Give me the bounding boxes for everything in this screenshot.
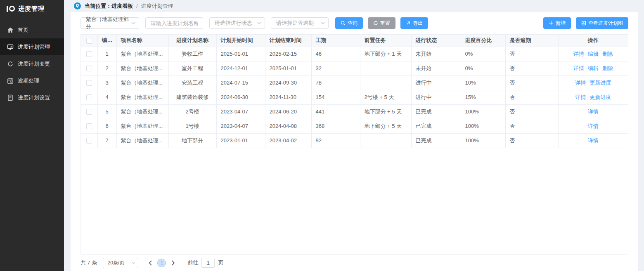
cell-predecessor — [360, 75, 411, 90]
cell-predecessor: 2号楼 + 5 天 — [360, 90, 411, 104]
delete-link[interactable]: 删除 — [602, 51, 613, 57]
refresh-icon — [7, 61, 14, 67]
content-card: 紫台（地基处理部分 请选择进行状态 请选择是否逾期 查询 — [71, 12, 638, 271]
reset-button-label: 重置 — [380, 20, 390, 27]
chevron-down-icon — [132, 262, 135, 264]
row-actions: 详情编辑删除 — [558, 61, 628, 75]
cell-duration: 154 — [311, 90, 360, 104]
page-size-select[interactable]: 20条/页 — [103, 258, 138, 268]
status-select[interactable]: 请选择进行状态 — [209, 17, 265, 29]
table-body: 1 紫台（地基处理... 验收工作 2025-01-01 2025-02-15 … — [81, 47, 628, 148]
delete-link[interactable]: 删除 — [602, 65, 613, 71]
cell-predecessor — [360, 133, 411, 148]
cell-start-date: 2024-07-15 — [216, 75, 265, 90]
cell-duration: 441 — [311, 104, 360, 119]
app-logo: 进度管理 — [0, 0, 64, 17]
detail-link[interactable]: 详情 — [588, 137, 599, 144]
update-progress-link[interactable]: 更新进度 — [590, 80, 611, 86]
cell-end-date: 2024-06-20 — [265, 104, 311, 119]
row-checkbox[interactable] — [86, 66, 92, 71]
detail-link[interactable]: 详情 — [573, 51, 584, 57]
cell-plan-name: 验收工作 — [168, 47, 216, 61]
row-actions: 详情更新进度 — [558, 90, 628, 104]
prev-page-button[interactable] — [145, 257, 156, 268]
view-plan-chart-button[interactable]: 查看进度计划图 — [576, 17, 628, 29]
cell-overdue: 否 — [505, 47, 558, 61]
cell-no: 7 — [97, 133, 116, 148]
detail-link[interactable]: 详情 — [573, 65, 584, 71]
search-button-label: 查询 — [348, 20, 358, 27]
chevron-down-icon — [131, 22, 135, 24]
cell-status: 进行中 — [411, 90, 461, 104]
sidebar-item-plan-management[interactable]: 进度计划管理 — [0, 38, 64, 55]
cell-plan-name: 2号楼 — [168, 104, 216, 119]
export-button-label: 导出 — [413, 20, 423, 27]
sidebar-item-overdue[interactable]: 逾期处理 — [0, 72, 64, 89]
table-row: 2 紫台（地基处理... 室外工程 2024-12-01 2025-01-01 … — [81, 61, 628, 75]
cell-plan-name: 安装工程 — [168, 75, 216, 90]
cell-percent: 100% — [461, 119, 505, 133]
cell-percent: 0% — [461, 61, 505, 75]
header-predecessor: 前置任务 — [360, 35, 411, 47]
detail-link[interactable]: 详情 — [575, 94, 586, 100]
row-checkbox[interactable] — [86, 94, 92, 100]
cell-plan-name: 地下部分 — [168, 133, 216, 148]
row-checkbox[interactable] — [86, 138, 92, 144]
view-plan-chart-button-label: 查看进度计划图 — [588, 20, 623, 27]
cell-no: 6 — [97, 119, 116, 133]
cell-status: 已完成 — [411, 104, 461, 119]
detail-link[interactable]: 详情 — [588, 108, 599, 115]
row-checkbox[interactable] — [86, 80, 92, 86]
cell-predecessor: 地下部分 + 1 天 — [360, 47, 411, 61]
cell-no: 1 — [97, 47, 116, 61]
add-button[interactable]: 新增 — [543, 17, 571, 29]
cell-project-name: 紫台（地基处理... — [116, 119, 168, 133]
breadcrumb-root[interactable]: 进度看板 — [111, 2, 133, 10]
sidebar-item-label: 进度计划变更 — [18, 60, 50, 68]
overdue-select[interactable]: 请选择是否逾期 — [271, 17, 329, 29]
logo-icon — [7, 6, 15, 12]
detail-link[interactable]: 详情 — [575, 80, 586, 86]
cell-predecessor — [360, 61, 411, 75]
filter-toolbar: 紫台（地基处理部分 请选择进行状态 请选择是否逾期 查询 — [80, 17, 628, 29]
edit-link[interactable]: 编辑 — [588, 51, 599, 57]
pagination: 共 7 条 20条/页 1 前往 页 — [80, 255, 628, 271]
cell-end-date: 2024-04-08 — [265, 119, 311, 133]
cell-start-date: 2024-06-30 — [216, 90, 265, 104]
arrow-up-right-icon — [406, 21, 411, 26]
search-button[interactable]: 查询 — [335, 17, 363, 29]
sidebar-item-home[interactable]: 首页 — [0, 21, 64, 38]
row-actions: 详情编辑删除 — [558, 47, 628, 61]
breadcrumb: 当前位置： 进度看板 / 进度计划管理 — [64, 0, 644, 12]
header-end-date: 计划结束时间 — [265, 35, 311, 47]
row-checkbox[interactable] — [86, 123, 92, 129]
row-actions: 详情 — [558, 133, 628, 148]
sidebar-item-plan-change[interactable]: 进度计划变更 — [0, 55, 64, 72]
row-checkbox[interactable] — [86, 51, 92, 57]
reset-button[interactable]: 重置 — [368, 17, 395, 29]
cell-project-name: 紫台（地基处理... — [116, 61, 168, 75]
sidebar-item-plan-settings[interactable]: 进度计划设置 — [0, 89, 64, 106]
chevron-left-icon — [149, 260, 152, 266]
goto-page-input[interactable] — [201, 258, 215, 268]
cell-no: 2 — [97, 61, 116, 75]
app-root: 进度管理 首页 进度计划管理 进度计划变更 — [0, 0, 644, 271]
cell-percent: 15% — [461, 90, 505, 104]
next-page-button[interactable] — [168, 257, 178, 268]
cell-overdue: 否 — [505, 75, 558, 90]
plan-name-input[interactable] — [145, 17, 203, 29]
breadcrumb-prefix: 当前位置： — [85, 2, 111, 10]
cell-no: 5 — [97, 104, 116, 119]
cell-project-name: 紫台（地基处理... — [116, 90, 168, 104]
export-button[interactable]: 导出 — [400, 17, 428, 29]
main-area: 当前位置： 进度看板 / 进度计划管理 紫台（地基处理部分 请选择进行状态 请选… — [64, 0, 644, 271]
edit-link[interactable]: 编辑 — [588, 65, 599, 71]
select-all-checkbox[interactable] — [86, 38, 92, 44]
cell-end-date: 2024-11-30 — [265, 90, 311, 104]
update-progress-link[interactable]: 更新进度 — [590, 94, 611, 100]
detail-link[interactable]: 详情 — [588, 123, 599, 129]
current-page-button[interactable]: 1 — [157, 259, 166, 267]
breadcrumb-current: 进度计划管理 — [141, 2, 173, 10]
project-select[interactable]: 紫台（地基处理部分 — [80, 17, 139, 29]
row-checkbox[interactable] — [86, 109, 92, 115]
